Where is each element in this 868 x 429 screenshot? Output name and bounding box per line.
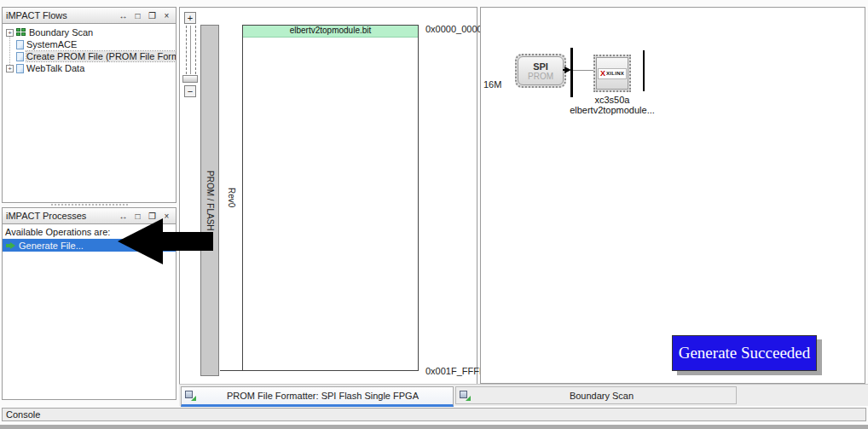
end-address-label: 0x001F_FFFF [425,366,485,376]
impact-flows-titlebar[interactable]: iMPACT Flows ↔ □ ❐ × [2,7,176,24]
close-icon[interactable]: × [161,10,172,21]
tab-boundary-scan[interactable]: Boundary Scan [455,386,737,404]
panel-splitter[interactable] [2,203,176,206]
tab-label: Boundary Scan [471,391,732,401]
revision-column: Rev0 [220,25,242,371]
tree-item-boundary-scan[interactable]: + Boundary Scan [6,26,174,38]
undock-icon[interactable]: ↔ [118,10,129,21]
zoom-slider-track[interactable] [186,26,196,74]
prom-flash-column: PROM / FLASH [200,25,219,376]
spi-label: SPI [533,61,548,72]
tree-item-label: SystemACE [26,39,77,49]
impact-flows-panel: iMPACT Flows ↔ □ ❐ × + Boundary Scan S [2,7,176,203]
bottom-divider [0,425,868,429]
prom-label: PROM [528,72,553,81]
tab-label: PROM File Formatter: SPI Flash Single FP… [196,391,449,401]
panel-title: iMPACT Flows [6,10,67,20]
start-address-label: 0x0000_0000 [425,24,483,34]
bitstream-file-band: elbertv2topmodule.bit [243,26,418,38]
zoom-out-button[interactable]: − [184,85,196,97]
expand-icon[interactable]: + [6,65,14,72]
tab-prom-file-formatter[interactable]: PROM File Formatter: SPI Flash Single FP… [181,386,454,407]
zoom-in-button[interactable]: + [184,12,196,24]
density-label: 16M [483,79,501,90]
panel-title: iMPACT Processes [6,211,86,221]
tree-item-label: WebTalk Data [26,63,84,73]
green-arrow-icon [6,242,15,249]
wire-to-fpga [573,70,593,71]
device-icon [460,391,471,401]
bus-line-left [570,48,573,97]
console-title: Console [6,409,40,420]
tree-item-create-prom-file[interactable]: Create PROM File (PROM File Formatter) [6,50,174,62]
impact-application-window: iMPACT Flows ↔ □ ❐ × + Boundary Scan S [0,0,868,429]
prom-formatter-view: + − PROM / FLASH Rev0 elbertv2topmodule.… [179,7,477,388]
flows-tree-body: + Boundary Scan SystemACE Create PROM Fi… [2,24,176,203]
tree-item-systemace[interactable]: SystemACE [6,38,174,50]
float-icon[interactable]: ❐ [147,10,158,21]
device-icon [185,391,196,401]
generate-succeeded-popup: Generate Succeeded [672,335,817,371]
document-icon [16,40,24,49]
window-controls: ↔ □ ❐ × [118,10,172,21]
annotation-arrow-head [118,218,163,264]
bus-line-right [643,50,645,91]
expand-icon[interactable]: + [6,29,14,37]
annotation-arrow-shaft [162,232,213,251]
prom-flash-label: PROM / FLASH [205,171,215,231]
boundary-scan-icon [16,28,26,37]
console-panel-header[interactable]: Console [2,408,866,421]
tree-item-label: Create PROM File (PROM File Formatter) [26,51,176,61]
maximize-icon[interactable]: □ [132,10,143,21]
revision-label: Rev0 [227,188,236,207]
document-icon [16,64,24,73]
tree-item-label: Boundary Scan [29,27,93,38]
flows-tree: + Boundary Scan SystemACE Create PROM Fi… [3,24,176,74]
zoom-slider-handle[interactable] [182,75,198,83]
fpga-chip[interactable]: X XILINX [593,55,631,92]
xilinx-x-icon: X [600,70,605,78]
fpga-part-label: xc3s50a [557,95,668,105]
fpga-file-label: elbertv2topmodule... [557,105,668,115]
memory-map: elbertv2topmodule.bit [242,25,419,371]
tree-item-webtalk-data[interactable]: + WebTalk Data [6,62,174,74]
operation-label: Generate File... [19,241,84,251]
device-diagram-view: 16M SPI PROM X XILINX xc3s50a elbertv2to… [480,7,865,384]
spi-prom-chip[interactable]: SPI PROM [515,54,566,88]
view-tab-bar: PROM File Formatter: SPI Flash Single FP… [179,384,868,406]
fpga-labels: xc3s50a elbertv2topmodule... [557,95,668,115]
document-icon [16,52,24,61]
xilinx-logo: X XILINX [598,68,627,79]
